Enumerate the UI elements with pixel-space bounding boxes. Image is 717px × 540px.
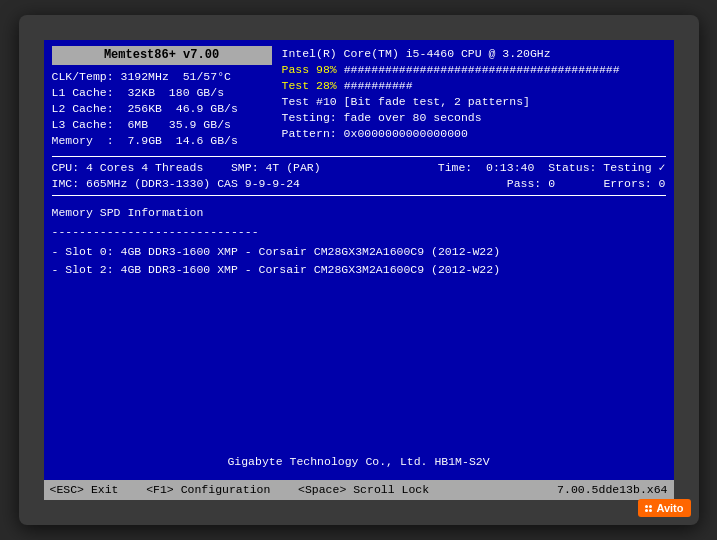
- l1-row: L1 Cache: 32KB 180 GB/s: [52, 85, 272, 101]
- avito-badge: Avito: [638, 499, 690, 517]
- pass-errors: Pass: 0 Errors: 0: [507, 176, 666, 192]
- l1-value: 32KB 180 GB/s: [127, 86, 224, 99]
- screen: Memtest86+ v7.00 CLK/Temp: 3192MHz 51/57…: [44, 40, 674, 500]
- clk-label: CLK/Temp:: [52, 70, 121, 83]
- monitor: Memtest86+ v7.00 CLK/Temp: 3192MHz 51/57…: [19, 15, 699, 525]
- clk-value: 3192MHz 51/57°C: [121, 70, 231, 83]
- memory-label: Memory :: [52, 134, 128, 147]
- pass98-bar: ########################################: [344, 63, 620, 76]
- pass-value: Pass: 0 Errors: 0: [507, 177, 666, 190]
- time-status: Time: 0:13:40 Status: Testing ✓: [438, 160, 666, 176]
- pass98-row: Pass 98% ###############################…: [282, 62, 666, 78]
- avito-dots-icon: [645, 505, 652, 512]
- clk-row: CLK/Temp: 3192MHz 51/57°C: [52, 69, 272, 85]
- app-title: Memtest86+ v7.00: [52, 46, 272, 65]
- imc-info: IMC: 665MHz (DDR3-1330) CAS 9-9-9-24: [52, 176, 300, 192]
- footer-brand: Gigabyte Technology Co., Ltd. HB1M-S2V: [52, 434, 666, 474]
- l3-label: L3 Cache:: [52, 118, 128, 131]
- top-divider: [52, 156, 666, 157]
- test28-row: Test 28% ##########: [282, 78, 666, 94]
- test10-line: Test #10 [Bit fade test, 2 patterns]: [282, 94, 666, 110]
- test28-bar: ##########: [344, 79, 413, 92]
- footer-version: 7.00.5dde13b.x64: [557, 482, 667, 498]
- l2-label: L2 Cache:: [52, 102, 128, 115]
- spd-title: Memory SPD Information: [52, 205, 666, 221]
- screen-content: Memtest86+ v7.00 CLK/Temp: 3192MHz 51/57…: [44, 40, 674, 480]
- spd-section: Memory SPD Information -----------------…: [52, 205, 666, 279]
- memory-value: 7.9GB 14.6 GB/s: [127, 134, 237, 147]
- memory-row: Memory : 7.9GB 14.6 GB/s: [52, 133, 272, 149]
- l3-row: L3 Cache: 6MB 35.9 GB/s: [52, 117, 272, 133]
- spd-divider: ------------------------------: [52, 224, 666, 240]
- right-column: Intel(R) Core(TM) i5-4460 CPU @ 3.20GHz …: [282, 46, 666, 149]
- l2-value: 256KB 46.9 GB/s: [127, 102, 237, 115]
- top-section: Memtest86+ v7.00 CLK/Temp: 3192MHz 51/57…: [52, 46, 666, 149]
- time-label: Time: 0:13:40 Status: Testing ✓: [438, 161, 666, 174]
- space-key: <Space> Scroll Lock: [277, 483, 429, 496]
- footer-bar: <ESC> Exit <F1> Configuration <Space> Sc…: [44, 480, 674, 500]
- testing-line: Testing: fade over 80 seconds: [282, 110, 666, 126]
- spd-slot0: - Slot 0: 4GB DDR3-1600 XMP - Corsair CM…: [52, 244, 666, 260]
- cpu-left: CPU: 4 Cores 4 Threads SMP: 4T (PAR): [52, 160, 321, 176]
- pattern-line: Pattern: 0x0000000000000000: [282, 126, 666, 142]
- left-column: Memtest86+ v7.00 CLK/Temp: 3192MHz 51/57…: [52, 46, 272, 149]
- pass98-label: Pass 98%: [282, 63, 344, 76]
- avito-label: Avito: [656, 502, 683, 514]
- f1-key: <F1> Configuration: [125, 483, 270, 496]
- imc-line: IMC: 665MHz (DDR3-1330) CAS 9-9-9-24: [52, 177, 300, 190]
- l1-label: L1 Cache:: [52, 86, 128, 99]
- middle-divider: [52, 195, 666, 196]
- imc-pass-row: IMC: 665MHz (DDR3-1330) CAS 9-9-9-24 Pas…: [52, 176, 666, 192]
- cpu-cores-threads: CPU: 4 Cores 4 Threads SMP: 4T (PAR): [52, 161, 321, 174]
- esc-key: <ESC> Exit: [50, 483, 119, 496]
- test28-label: Test 28%: [282, 79, 344, 92]
- l2-row: L2 Cache: 256KB 46.9 GB/s: [52, 101, 272, 117]
- cpu-time-row: CPU: 4 Cores 4 Threads SMP: 4T (PAR) Tim…: [52, 160, 666, 176]
- l3-value: 6MB 35.9 GB/s: [127, 118, 231, 131]
- cpu-line: Intel(R) Core(TM) i5-4460 CPU @ 3.20GHz: [282, 46, 666, 62]
- footer-bar-left: <ESC> Exit <F1> Configuration <Space> Sc…: [50, 482, 430, 498]
- spd-slot2: - Slot 2: 4GB DDR3-1600 XMP - Corsair CM…: [52, 262, 666, 278]
